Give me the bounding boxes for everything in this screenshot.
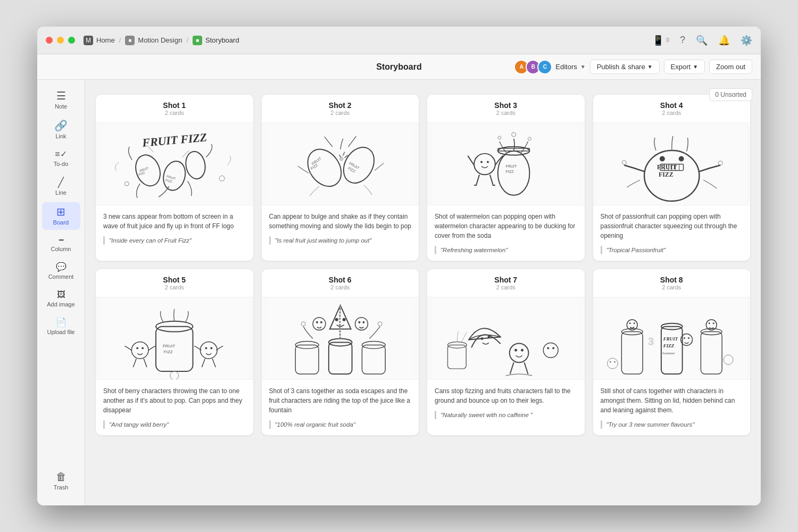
shot-8-count: 2 cards <box>602 284 742 290</box>
shot-5-count: 2 cards <box>104 284 245 290</box>
home-label: Home <box>96 36 115 44</box>
sidebar-item-column[interactable]: ━ Column <box>42 232 80 256</box>
shot-6-image <box>262 297 419 380</box>
maximize-button[interactable] <box>68 37 75 44</box>
shot-7-header: Shot 7 2 cards <box>427 269 585 297</box>
phone-icon[interactable]: 📱 0 <box>652 35 669 46</box>
sidebar-item-note[interactable]: ☰ Note <box>42 86 80 114</box>
story-icon: ■ <box>193 36 202 45</box>
editors-chevron[interactable]: ▼ <box>580 64 586 70</box>
todo-icon: ≡✓ <box>55 150 66 159</box>
close-button[interactable] <box>46 37 53 44</box>
shot-card-1[interactable]: Shot 1 2 cards FRUIT FIZZ <box>96 95 253 261</box>
svg-point-106 <box>688 337 689 339</box>
svg-point-60 <box>210 347 212 349</box>
sidebar-item-upload[interactable]: 📄 Upload file <box>42 314 80 339</box>
sidebar-item-line[interactable]: ╱ Line <box>42 173 80 200</box>
shot-6-quote: "100% real organic fruit soda" <box>269 420 412 429</box>
shot-1-body: 3 new cans appear from bottom of screen … <box>96 205 253 251</box>
shot-card-4[interactable]: Shot 4 2 cards FRUIT FIZZ <box>593 95 751 261</box>
editor-avatars: A B C <box>514 60 552 74</box>
bell-icon[interactable]: 🔔 <box>718 35 730 46</box>
shot-6-header: Shot 6 2 cards <box>262 269 419 297</box>
addimage-icon: 🖼 <box>57 290 65 299</box>
zoom-out-button[interactable]: Zoom out <box>709 60 752 74</box>
sidebar-item-comment[interactable]: 💬 Comment <box>42 259 80 284</box>
svg-text:FRUIT: FRUIT <box>662 337 678 342</box>
breadcrumb-home[interactable]: M Home <box>84 36 115 45</box>
sidebar-item-addimage[interactable]: 🖼 Add image <box>42 286 80 312</box>
shot-1-count: 2 cards <box>104 110 245 116</box>
link-icon: 🔗 <box>54 120 68 131</box>
shot-2-header: Shot 2 2 cards <box>262 95 419 123</box>
shot-8-quote: "Try our 3 new summer flavours" <box>601 420 743 429</box>
shot-card-2[interactable]: Shot 2 2 cards FRUIT FIZZ FRUIT <box>262 95 419 261</box>
svg-point-77 <box>362 321 364 323</box>
shot-4-body: Shot of passionfruit can popping open wi… <box>593 205 751 261</box>
shot-4-count: 2 cards <box>602 110 742 116</box>
svg-text:3: 3 <box>649 336 654 347</box>
shot-7-desc: Cans stop fizzing and fruits characters … <box>435 386 577 405</box>
help-icon[interactable]: ? <box>680 35 685 46</box>
svg-point-87 <box>547 347 549 349</box>
svg-point-41 <box>678 156 684 162</box>
shot-5-desc: Shot of berry characters throwing the ca… <box>103 386 246 415</box>
sidebar-column-label: Column <box>51 246 71 252</box>
breadcrumb-storyboard[interactable]: ■ Storyboard <box>193 36 239 45</box>
shot-card-3[interactable]: Shot 3 2 cards FRUIT FIZZ <box>427 95 585 261</box>
shot-card-7[interactable]: Shot 7 2 cards <box>427 269 585 435</box>
toolbar-title: Storyboard <box>376 62 421 72</box>
upload-icon: 📄 <box>56 318 66 327</box>
content-area: 0 Unsorted Shot 1 2 cards FRUIT FIZZ <box>85 80 761 505</box>
publish-button[interactable]: Publish & share ▼ <box>590 60 660 74</box>
titlebar-right: 📱 0 ? 🔍 🔔 ⚙️ <box>652 35 752 46</box>
shot-5-image: FRUIT FIZZ <box>96 297 253 380</box>
shot-1-quote: "Inside every can of Fruit Fizz" <box>103 236 246 245</box>
shot-7-count: 2 cards <box>436 284 576 290</box>
svg-point-59 <box>205 347 207 349</box>
shot-3-title: Shot 3 <box>436 101 576 110</box>
breadcrumb-motion[interactable]: ■ Motion Design <box>125 36 182 45</box>
svg-point-102 <box>629 322 630 324</box>
shot-4-image: FRUIT FIZZ <box>593 123 751 205</box>
sidebar-item-todo[interactable]: ≡✓ To-do <box>42 146 80 171</box>
shot-card-8[interactable]: Shot 8 2 cards <box>593 269 751 435</box>
editors-label[interactable]: Editors <box>555 63 577 71</box>
sidebar-item-trash[interactable]: 🗑 Trash <box>42 467 80 495</box>
shot-card-5[interactable]: Shot 5 2 cards FRUIT FIZZ <box>96 269 253 435</box>
sidebar-note-label: Note <box>55 103 67 110</box>
search-icon[interactable]: 🔍 <box>696 35 708 46</box>
minimize-button[interactable] <box>57 37 64 44</box>
sidebar-item-board[interactable]: ⊞ Board <box>42 202 80 230</box>
shot-2-title: Shot 2 <box>270 101 411 110</box>
settings-icon[interactable]: ⚙️ <box>741 35 752 46</box>
shot-3-count: 2 cards <box>436 110 576 116</box>
shot-4-title: Shot 4 <box>602 101 742 110</box>
svg-point-73 <box>316 321 318 323</box>
sidebar-board-label: Board <box>53 219 69 226</box>
shot-2-body: Can appear to bulge and shake as if they… <box>262 205 419 251</box>
shot-card-6[interactable]: Shot 6 2 cards <box>262 269 419 435</box>
shot-1-title: Shot 1 <box>104 101 245 110</box>
shot-5-body: Shot of berry characters throwing the ca… <box>96 380 253 435</box>
shot-2-desc: Can appear to bulge and shake as if they… <box>269 212 412 231</box>
shot-8-header: Shot 8 2 cards <box>593 269 751 297</box>
shot-3-header: Shot 3 2 cards <box>427 95 585 123</box>
svg-text:FRUIT: FRUIT <box>506 164 517 168</box>
shot-3-body: Shot of watermelon can popping open with… <box>427 205 585 261</box>
sidebar-item-link[interactable]: 🔗 Link <box>42 116 80 144</box>
shot-8-desc: Still shot of cans together with charact… <box>601 386 743 415</box>
svg-point-23 <box>339 157 343 161</box>
sidebar-todo-label: To-do <box>54 161 69 167</box>
shot-6-title: Shot 6 <box>270 276 411 284</box>
story-label: Storyboard <box>205 36 239 44</box>
motion-label: Motion Design <box>138 36 182 44</box>
shot-7-image <box>427 297 585 380</box>
shot-3-quote: "Refreshing watermelon" <box>435 246 577 254</box>
sep1: / <box>119 36 121 44</box>
svg-point-109 <box>712 322 714 324</box>
avatar-3: C <box>537 60 552 74</box>
export-button[interactable]: Export ▼ <box>664 60 705 74</box>
board-icon: ⊞ <box>56 206 65 217</box>
main: ☰ Note 🔗 Link ≡✓ To-do ╱ Line ⊞ Board ━ … <box>37 80 761 505</box>
